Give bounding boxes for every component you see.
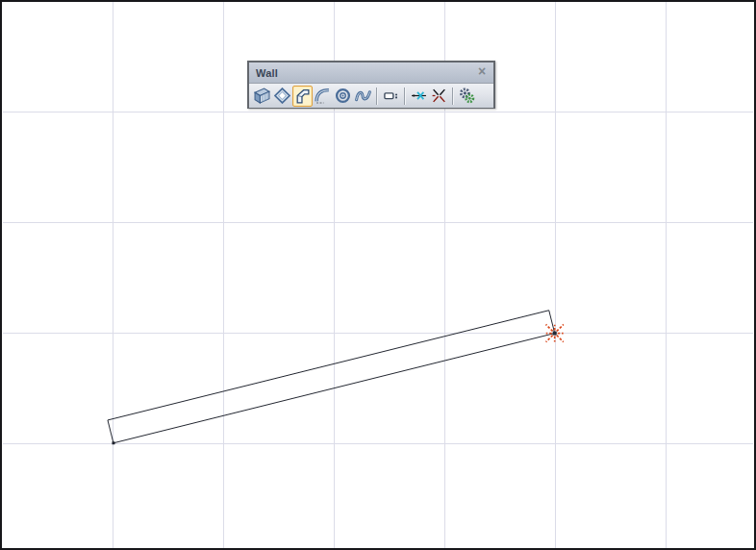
wall-toolbar-buttons-row: [249, 84, 493, 108]
wall-break-button[interactable]: [429, 86, 449, 107]
wall-polygon-icon: [274, 88, 290, 104]
toolbar-separator: [376, 88, 378, 105]
wall-arc-icon: [315, 88, 331, 104]
wall-circle-button[interactable]: [333, 86, 353, 107]
toolbar-title: Wall: [249, 67, 278, 79]
wall-settings-button[interactable]: [457, 86, 477, 107]
wall-corner-icon: [294, 88, 311, 104]
wall-break-icon: [431, 88, 447, 104]
wall-polygon-button[interactable]: [272, 86, 292, 107]
wall-reference-line-button[interactable]: [409, 86, 429, 107]
toolbar-separator: [404, 88, 406, 105]
toolbar-separator: [452, 88, 454, 105]
wall-dimension-button[interactable]: [381, 86, 401, 107]
wall-straight-icon: [254, 88, 270, 104]
wall-arc-button[interactable]: [313, 86, 333, 107]
wall-toolbar: Wall ×: [247, 61, 495, 109]
wall-straight-button[interactable]: [252, 86, 272, 107]
wall-toolbar-titlebar[interactable]: Wall ×: [249, 62, 493, 84]
wall-corner-button[interactable]: [292, 86, 313, 107]
wall-circle-icon: [335, 88, 351, 104]
close-icon[interactable]: ×: [474, 63, 490, 79]
wall-spline-button[interactable]: [353, 86, 373, 107]
wall-settings-gears-icon: [459, 88, 475, 104]
wall-reference-line-icon: [411, 88, 427, 104]
wall-dimension-icon: [383, 88, 399, 104]
application-window: Wall ×: [0, 0, 756, 550]
wall-spline-icon: [355, 88, 371, 104]
